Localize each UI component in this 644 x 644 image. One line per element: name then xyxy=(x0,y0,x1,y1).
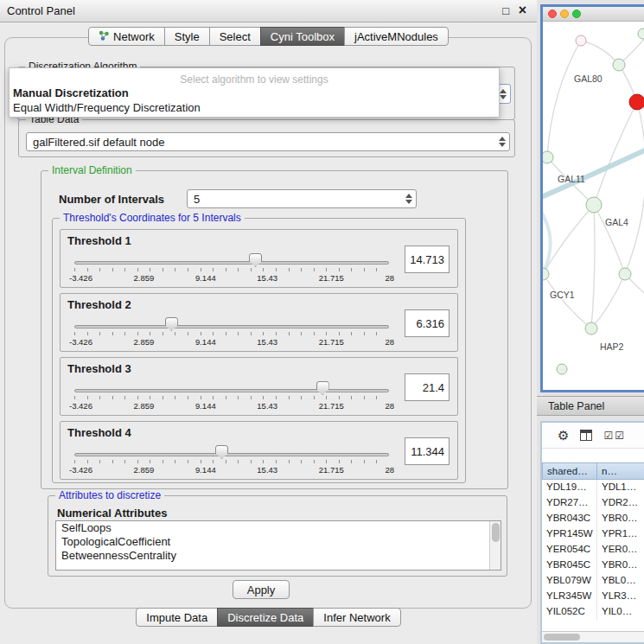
tab-select-label: Select xyxy=(220,30,251,43)
threshold-3-panel: Threshold 3 -3.4262.8599.14415.4321.7152… xyxy=(60,357,458,416)
slider-thumb[interactable] xyxy=(215,445,228,459)
node[interactable] xyxy=(638,29,644,39)
gear-icon[interactable]: ⚙ xyxy=(558,428,569,443)
cell-name[interactable]: YBR0… xyxy=(597,511,644,526)
table-panel-header: Table Panel xyxy=(537,396,644,416)
select-columns-icon[interactable]: ☑☑ xyxy=(603,430,626,442)
table-row[interactable]: YBR043C YBR0… xyxy=(542,511,644,526)
window-title: Control Panel xyxy=(7,4,75,17)
node-label: GAL11 xyxy=(558,174,585,184)
node[interactable] xyxy=(557,364,567,374)
scale-tick-label: 21.715 xyxy=(319,273,344,283)
slider-thumb[interactable] xyxy=(165,317,178,331)
scale-tick-label: 9.144 xyxy=(195,273,216,283)
slider-track[interactable] xyxy=(74,453,389,456)
selected-node[interactable] xyxy=(629,94,644,110)
table-row[interactable]: YIL052C YIL0… xyxy=(542,604,644,620)
tab-select[interactable]: Select xyxy=(209,27,261,46)
threshold-2-slider[interactable]: -3.4262.8599.14415.4321.71528 xyxy=(74,320,389,349)
node[interactable] xyxy=(576,35,586,46)
threshold-1-slider[interactable]: -3.4262.8599.14415.4321.71528 xyxy=(74,256,389,285)
table-row[interactable]: YDR27… YDR2… xyxy=(542,495,644,511)
cell-shared-name[interactable]: YLR345W xyxy=(542,589,597,604)
table-data-combobox[interactable]: galFiltered.sif default node xyxy=(26,132,510,151)
tab-style-label: Style xyxy=(175,30,200,43)
cell-shared-name[interactable]: YIL052C xyxy=(542,604,597,620)
list-item[interactable]: SelfLoops xyxy=(56,521,501,535)
node[interactable] xyxy=(586,197,602,213)
cell-name[interactable]: YBL0… xyxy=(597,573,644,589)
column-header-shared-name[interactable]: shared… xyxy=(542,462,597,480)
cell-shared-name[interactable]: YBL079W xyxy=(542,573,597,589)
cell-shared-name[interactable]: YBR043C xyxy=(542,511,597,526)
table-horizontal-scrollbar[interactable] xyxy=(542,631,644,642)
node[interactable] xyxy=(543,268,549,280)
threshold-4-slider[interactable]: -3.4262.8599.14415.4321.71528 xyxy=(74,448,389,477)
float-window-icon[interactable]: □ xyxy=(502,4,509,17)
cell-shared-name[interactable]: YDL19… xyxy=(542,480,597,495)
slider-thumb[interactable] xyxy=(249,253,262,267)
node[interactable] xyxy=(613,59,625,71)
table-row[interactable]: YDL19… YDL1… xyxy=(542,480,644,495)
slider-track[interactable] xyxy=(74,261,389,265)
cell-name[interactable]: YBR0… xyxy=(597,558,644,573)
numerical-attributes-list[interactable]: SelfLoopsTopologicalCoefficientBetweenne… xyxy=(55,520,501,571)
minimize-traffic-light[interactable] xyxy=(560,10,569,18)
table-row[interactable]: YBL079W YBL0… xyxy=(542,573,644,589)
node[interactable] xyxy=(619,268,631,280)
table-row[interactable]: YBR045C YBR0… xyxy=(542,558,644,573)
slider-thumb[interactable] xyxy=(316,381,329,395)
cell-name[interactable]: YDL1… xyxy=(597,480,644,495)
cyni-toolbox-panel: Discretization Algorithm Table Data galF… xyxy=(4,37,532,609)
node[interactable] xyxy=(585,322,597,335)
threshold-4-value-field[interactable]: 11.344 xyxy=(405,437,450,465)
zoom-traffic-light[interactable] xyxy=(572,10,581,18)
threshold-2-value-field[interactable]: 6.316 xyxy=(405,309,450,337)
tab-impute-data[interactable]: Impute Data xyxy=(136,608,218,627)
list-item[interactable]: BetweennessCentrality xyxy=(56,549,501,563)
cell-name[interactable]: YER0… xyxy=(597,542,644,558)
thresholds-group-label: Threshold's Coordinates for 5 Intervals xyxy=(60,212,245,224)
threshold-1-value-field[interactable]: 14.713 xyxy=(405,245,450,273)
tab-style[interactable]: Style xyxy=(164,27,210,46)
tab-infer-network[interactable]: Infer Network xyxy=(313,608,400,627)
slider-track[interactable] xyxy=(74,325,389,328)
cell-name[interactable]: YDR2… xyxy=(597,495,644,511)
apply-button[interactable]: Apply xyxy=(233,580,290,599)
close-icon[interactable]: × xyxy=(519,3,526,18)
tab-jactivemnodules[interactable]: jActiveMNodules xyxy=(344,27,449,46)
slider-scale: -3.4262.8599.14415.4321.71528 xyxy=(69,273,394,283)
cell-name[interactable]: YIL0… xyxy=(597,604,644,620)
threshold-3-slider[interactable]: -3.4262.8599.14415.4321.71528 xyxy=(74,384,389,413)
scale-tick-label: -3.426 xyxy=(69,337,92,347)
column-header-name[interactable]: n… xyxy=(597,462,644,480)
cell-name[interactable]: YLR3… xyxy=(597,589,644,604)
slider-track[interactable] xyxy=(74,389,389,392)
tab-network[interactable]: Network xyxy=(88,27,165,46)
menu-item-manual-discretization[interactable]: Manual Discretization xyxy=(10,86,499,100)
scale-tick-label: 28 xyxy=(385,273,394,283)
scale-tick-label: 2.859 xyxy=(134,401,155,411)
cell-shared-name[interactable]: YDR27… xyxy=(542,495,597,511)
cell-shared-name[interactable]: YPR145W xyxy=(542,526,597,542)
list-scrollbar[interactable] xyxy=(489,521,501,570)
node[interactable] xyxy=(543,151,553,163)
number-of-intervals-combobox[interactable]: 5 xyxy=(187,189,417,208)
menu-item-equal-width-frequency[interactable]: Equal Width/Frequency Discretization xyxy=(10,100,499,115)
scrollbar-thumb[interactable] xyxy=(544,634,580,641)
scale-tick-label: 15.43 xyxy=(257,401,277,411)
tab-cyni-toolbox[interactable]: Cyni Toolbox xyxy=(260,27,345,46)
table-columns-icon[interactable] xyxy=(580,430,592,441)
scrollbar-thumb[interactable] xyxy=(492,523,500,542)
table-row[interactable]: YPR145W YPR1… xyxy=(542,526,644,542)
list-item[interactable]: TopologicalCoefficient xyxy=(56,535,501,549)
cell-name[interactable]: YPR1… xyxy=(597,526,644,542)
close-traffic-light[interactable] xyxy=(548,10,557,18)
network-canvas[interactable]: GAL80 GAL11 GAL4 GCY1 HAP2 xyxy=(543,22,644,390)
table-row[interactable]: YLR345W YLR3… xyxy=(542,589,644,604)
cell-shared-name[interactable]: YBR045C xyxy=(542,558,597,573)
table-row[interactable]: YER054C YER0… xyxy=(542,542,644,558)
cell-shared-name[interactable]: YER054C xyxy=(542,542,597,558)
tab-discretize-data[interactable]: Discretize Data xyxy=(217,608,314,627)
threshold-3-value-field[interactable]: 21.4 xyxy=(405,373,450,401)
